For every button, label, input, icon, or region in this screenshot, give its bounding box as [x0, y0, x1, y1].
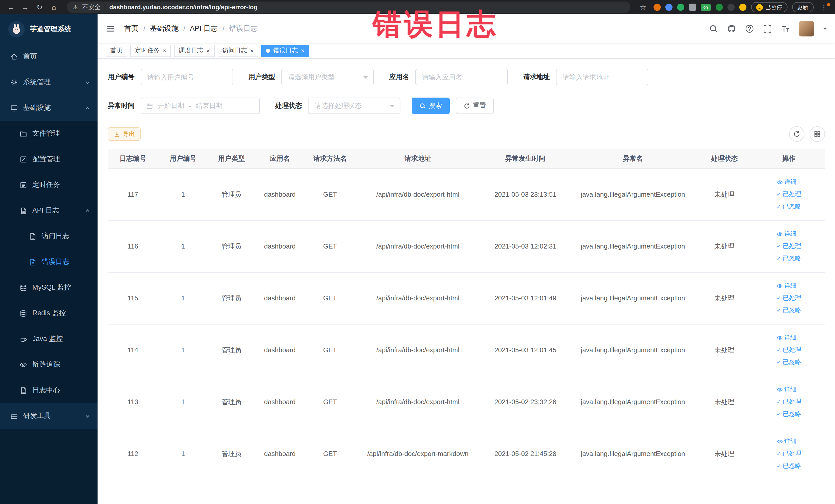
help-icon[interactable] — [745, 24, 754, 33]
sidebar-item-file-management[interactable]: 文件管理 — [0, 121, 98, 146]
ignored-link[interactable]: ✓已忽略 — [776, 410, 801, 419]
fullscreen-icon[interactable] — [762, 24, 772, 33]
address-bar[interactable]: ⚠ 不安全 dashboard.yudao.iocoder.cn/infra/l… — [67, 2, 630, 13]
profile-avatar-icon[interactable] — [739, 4, 746, 11]
breadcrumb-infrastructure[interactable]: 基础设施 — [150, 24, 179, 33]
extension-icon[interactable] — [727, 4, 734, 11]
user-id-input[interactable] — [141, 69, 233, 85]
refresh-table-button[interactable] — [789, 126, 804, 142]
sidebar-item-redis-monitor[interactable]: Redis 监控 — [0, 300, 98, 326]
breadcrumb-home[interactable]: 首页 — [124, 24, 139, 33]
update-button[interactable]: 更新 — [792, 2, 813, 12]
sidebar-item-infrastructure[interactable]: 基础设施 — [0, 95, 98, 121]
ignored-link[interactable]: ✓已忽略 — [776, 358, 801, 367]
exception-time-range-picker[interactable]: 开始日期 - 结束日期 — [141, 98, 260, 114]
ignored-link[interactable]: ✓已忽略 — [776, 254, 801, 263]
browser-extensions-area: ☆ on 已暂停 更新 ⋮ — [637, 2, 830, 12]
browser-forward-button[interactable]: → — [20, 3, 31, 11]
search-button[interactable]: 搜索 — [412, 98, 450, 114]
processed-link[interactable]: ✓已处理 — [776, 449, 801, 458]
detail-link[interactable]: 详细 — [776, 385, 796, 394]
browser-reload-button[interactable]: ↻ — [34, 3, 45, 11]
processed-link[interactable]: ✓已处理 — [776, 346, 801, 354]
col-user-type: 用户类型 — [208, 149, 255, 168]
process-status-select[interactable]: 请选择处理状态 — [308, 98, 401, 114]
breadcrumb-api-logs[interactable]: API 日志 — [190, 24, 218, 33]
cell-exception-name: java.lang.IllegalArgumentException — [570, 220, 696, 272]
detail-label: 详细 — [784, 385, 796, 394]
eye-icon — [776, 438, 782, 444]
tab-access-log[interactable]: 访问日志 × — [218, 44, 258, 57]
extension-icon[interactable] — [677, 4, 684, 11]
detail-label: 详细 — [784, 333, 796, 342]
processed-link[interactable]: ✓已处理 — [776, 242, 801, 250]
reset-button[interactable]: 重置 — [456, 98, 494, 114]
table-toolbar: 导出 — [108, 126, 825, 142]
tab-schedule-log[interactable]: 调度日志 × — [174, 44, 215, 57]
table-row: 117 1 管理员 dashboard GET /api/infra/db-do… — [108, 168, 825, 220]
browser-back-button[interactable]: ← — [5, 3, 16, 11]
sidebar-item-dev-tools[interactable]: 研发工具 — [0, 403, 98, 429]
sidebar-item-scheduled-tasks[interactable]: 定时任务 — [0, 172, 98, 198]
col-user-id: 用户编号 — [158, 149, 208, 168]
detail-link[interactable]: 详细 — [776, 178, 796, 186]
github-icon[interactable] — [727, 24, 736, 33]
sidebar-item-api-logs[interactable]: API 日志 — [0, 198, 98, 223]
cell-process-status: 未处理 — [696, 324, 753, 376]
profile-paused-badge[interactable]: 已暂停 — [751, 2, 787, 12]
detail-link[interactable]: 详细 — [776, 333, 796, 342]
close-icon[interactable]: × — [250, 47, 253, 54]
ignored-link[interactable]: ✓已忽略 — [776, 306, 801, 315]
bookmark-star-icon[interactable]: ☆ — [637, 3, 649, 11]
sidebar-item-java-monitor[interactable]: Java 监控 — [0, 326, 98, 352]
processed-link[interactable]: ✓已处理 — [776, 294, 801, 302]
column-settings-button[interactable] — [809, 126, 825, 142]
sidebar-item-log-center[interactable]: 日志中心 — [0, 378, 98, 403]
check-icon: ✓ — [776, 191, 781, 197]
detail-link[interactable]: 详细 — [776, 229, 796, 238]
user-type-select[interactable]: 请选择用户类型 — [281, 69, 374, 85]
sidebar-item-tracing[interactable]: 链路追踪 — [0, 352, 98, 378]
extensions-puzzle-icon[interactable] — [689, 4, 696, 11]
tab-scheduled-tasks[interactable]: 定时任务 × — [130, 44, 171, 57]
cell-app-name: dashboard — [255, 324, 305, 376]
sidebar-item-mysql-monitor[interactable]: MySQL 监控 — [0, 275, 98, 300]
sidebar-item-config-management[interactable]: 配置管理 — [0, 146, 98, 172]
user-avatar[interactable] — [798, 21, 814, 37]
browser-home-button[interactable]: ⌂ — [48, 3, 60, 11]
avatar-caret-icon[interactable] — [823, 28, 827, 32]
browser-menu-icon[interactable]: ⋮ — [818, 3, 830, 11]
close-icon[interactable]: × — [163, 47, 166, 54]
extension-on-badge[interactable]: on — [700, 4, 711, 11]
cell-method: GET — [305, 220, 355, 272]
processed-link[interactable]: ✓已处理 — [776, 190, 801, 199]
sidebar-item-home[interactable]: 首页 — [0, 44, 98, 69]
close-icon[interactable]: × — [301, 47, 304, 54]
extension-icon[interactable] — [665, 4, 672, 11]
sidebar-item-access-log[interactable]: 访问日志 — [0, 223, 98, 249]
sidebar-item-label: 配置管理 — [32, 155, 60, 164]
extension-icon[interactable] — [653, 4, 660, 11]
sidebar-item-error-log[interactable]: 错误日志 — [0, 249, 98, 275]
close-icon[interactable]: × — [206, 47, 210, 54]
eye-icon — [776, 231, 782, 237]
cell-user-id: 1 — [158, 376, 208, 428]
detail-link[interactable]: 详细 — [776, 437, 796, 446]
request-url-input[interactable] — [556, 69, 648, 85]
tab-home[interactable]: 首页 — [106, 44, 127, 57]
tab-error-log[interactable]: 错误日志 × — [261, 44, 309, 57]
extension-icon[interactable] — [715, 4, 722, 11]
font-size-icon[interactable] — [780, 24, 790, 33]
export-button[interactable]: 导出 — [108, 127, 141, 141]
ignored-link[interactable]: ✓已忽略 — [776, 202, 801, 211]
sidebar-item-system-management[interactable]: 系统管理 — [0, 69, 98, 95]
detail-link[interactable]: 详细 — [776, 281, 796, 290]
sidebar-item-label: 日志中心 — [32, 386, 60, 395]
processed-link[interactable]: ✓已处理 — [776, 398, 801, 406]
hamburger-icon[interactable] — [106, 24, 115, 33]
cell-log-id: 112 — [108, 428, 158, 480]
ignored-link[interactable]: ✓已忽略 — [776, 462, 801, 470]
app-name-input[interactable] — [415, 69, 508, 85]
app-logo — [8, 21, 25, 37]
search-icon[interactable] — [709, 24, 718, 33]
